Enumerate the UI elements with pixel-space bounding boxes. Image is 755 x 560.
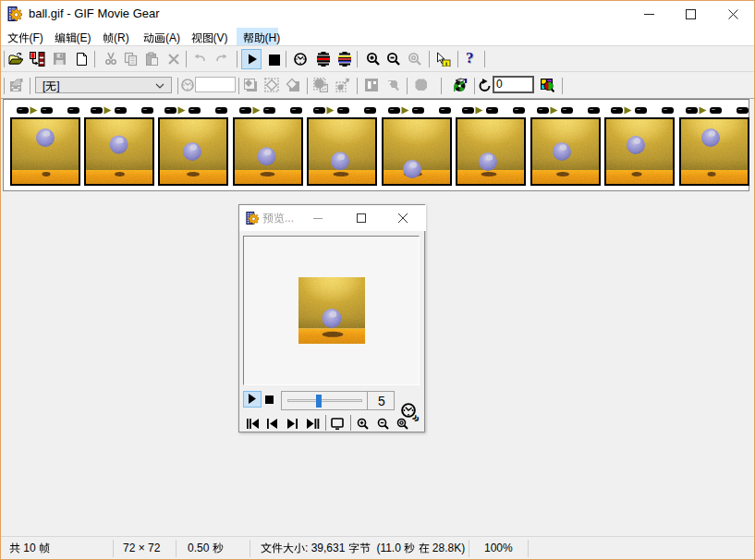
svg-text:i: i — [445, 60, 447, 67]
